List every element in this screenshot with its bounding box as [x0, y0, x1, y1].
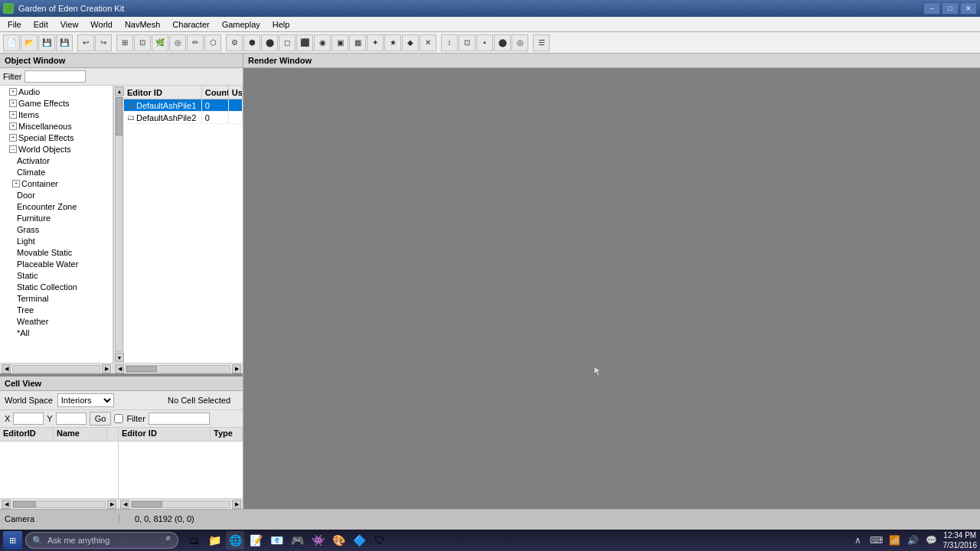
- world-space-select[interactable]: Interiors Exteriors Wasteland: [57, 393, 114, 407]
- menu-edit[interactable]: Edit: [28, 17, 54, 31]
- vscroll-down[interactable]: ▼: [115, 353, 124, 362]
- tree-item-audio[interactable]: + Audio: [3, 86, 113, 97]
- tree-item-static[interactable]: Static: [11, 269, 113, 281]
- cell-left-hscroll-track[interactable]: [12, 500, 106, 508]
- toolbar-pivot[interactable]: ⊡: [459, 34, 475, 51]
- cell-left-hscrollbar[interactable]: ◀ ▶: [0, 498, 118, 509]
- cell-right-hscrollbar[interactable]: ◀ ▶: [119, 498, 243, 509]
- cell-left-hscroll-thumb[interactable]: [13, 501, 36, 507]
- taskbar-icon-blender[interactable]: 🎨: [329, 531, 348, 549]
- grid-row-0[interactable]: 🗂 DefaultAshPile1 0: [124, 99, 243, 112]
- search-bar[interactable]: 🔍 Ask me anything 🎤: [25, 532, 178, 549]
- title-bar-controls[interactable]: – □ ✕: [923, 2, 977, 15]
- toolbar-coll2[interactable]: ▦: [349, 34, 366, 51]
- toolbar-undo[interactable]: ↩: [77, 34, 94, 51]
- toolbar-place[interactable]: ⬡: [204, 34, 221, 51]
- menu-character[interactable]: Character: [166, 17, 215, 31]
- taskbar-icon-shield[interactable]: 🛡: [371, 531, 389, 549]
- tree-panel[interactable]: + Audio + Game Effects + Items + Miscell…: [0, 86, 113, 363]
- toolbar-light1[interactable]: ✦: [367, 34, 384, 51]
- filter-input[interactable]: [24, 70, 86, 83]
- toolbar-redo[interactable]: ↪: [95, 34, 112, 51]
- expand-icon-container[interactable]: +: [12, 180, 20, 187]
- go-button[interactable]: Go: [90, 412, 112, 425]
- expand-icon-audio[interactable]: +: [9, 88, 17, 96]
- tray-show-hidden[interactable]: ∧: [851, 533, 865, 547]
- render-window[interactable]: Render Window: [243, 54, 980, 509]
- close-button[interactable]: ✕: [960, 2, 977, 15]
- tree-item-climate[interactable]: Climate: [11, 166, 113, 178]
- taskbar-icon-mail[interactable]: 📧: [267, 531, 286, 549]
- render-canvas[interactable]: [243, 68, 980, 509]
- menu-navmesh[interactable]: NavMesh: [119, 17, 166, 31]
- toolbar-x[interactable]: ✕: [420, 34, 436, 51]
- toolbar-move[interactable]: ✏: [187, 34, 204, 51]
- expand-icon-miscellaneous[interactable]: +: [9, 122, 17, 130]
- toolbar-snap2[interactable]: ⬤: [494, 34, 511, 51]
- grid-hscroll-thumb[interactable]: [126, 366, 157, 372]
- toolbar-portal[interactable]: ⬢: [243, 34, 260, 51]
- expand-icon-world-objects[interactable]: –: [9, 145, 17, 153]
- taskbar-icon-game[interactable]: 👾: [309, 531, 327, 549]
- toolbar-move2[interactable]: ↕: [441, 34, 458, 51]
- tray-keyboard[interactable]: ⌨: [870, 533, 884, 547]
- tree-item-container[interactable]: + Container: [6, 178, 113, 189]
- tree-hscrollbar[interactable]: ◀ ▶: [0, 363, 113, 373]
- vscroll-up[interactable]: ▲: [115, 86, 124, 96]
- expand-icon-special-effects[interactable]: +: [9, 134, 17, 142]
- toolbar-snap[interactable]: ▪: [476, 34, 493, 51]
- toolbar-save[interactable]: 💾: [38, 34, 55, 51]
- grid-col-count[interactable]: Count: [202, 86, 229, 99]
- start-button[interactable]: ⊞: [3, 531, 22, 549]
- expand-icon-items[interactable]: +: [9, 111, 17, 119]
- vscroll-track[interactable]: [115, 96, 123, 352]
- tray-message[interactable]: 💬: [925, 533, 939, 547]
- tree-item-light[interactable]: Light: [11, 235, 113, 246]
- cell-right-hscroll-track[interactable]: [131, 500, 230, 508]
- tree-item-tree[interactable]: Tree: [11, 304, 113, 315]
- menu-gameplay[interactable]: Gameplay: [216, 17, 266, 31]
- grid-hscrollbar[interactable]: ◀ ▶: [113, 363, 243, 373]
- tree-item-terminal[interactable]: Terminal: [11, 292, 113, 304]
- taskbar-icon-folder[interactable]: 📁: [205, 531, 224, 549]
- grid-col-us[interactable]: Us: [229, 86, 243, 99]
- taskbar-icon-blue[interactable]: 🔷: [350, 531, 368, 549]
- tree-hscroll-left[interactable]: ◀: [2, 364, 11, 373]
- toolbar-angle[interactable]: ⊡: [134, 34, 151, 51]
- tree-item-door[interactable]: Door: [11, 189, 113, 201]
- cell-right-hscroll-right[interactable]: ▶: [232, 500, 241, 509]
- tree-item-encounter-zone[interactable]: Encounter Zone: [11, 201, 113, 212]
- expand-icon-game-effects[interactable]: +: [9, 99, 17, 107]
- toolbar-collision[interactable]: ◎: [511, 34, 528, 51]
- menu-view[interactable]: View: [54, 17, 85, 31]
- toolbar-light2[interactable]: ★: [384, 34, 401, 51]
- x-input[interactable]: [13, 412, 44, 425]
- tray-volume[interactable]: 🔊: [906, 533, 920, 547]
- tree-hscroll-right[interactable]: ▶: [102, 364, 111, 373]
- taskbar-icon-ie[interactable]: 🌐: [226, 531, 244, 549]
- cell-right-hscroll-left[interactable]: ◀: [120, 500, 129, 509]
- menu-help[interactable]: Help: [266, 17, 296, 31]
- toolbar-room[interactable]: ⬤: [261, 34, 278, 51]
- grid-hscroll-right[interactable]: ▶: [232, 364, 241, 373]
- menu-file[interactable]: File: [2, 17, 28, 31]
- tree-item-special-effects[interactable]: + Special Effects: [3, 132, 113, 143]
- grid-col-editor-id[interactable]: Editor ID: [124, 86, 202, 99]
- grid-hscroll-left[interactable]: ◀: [115, 364, 124, 373]
- tree-item-static-collection[interactable]: Static Collection: [11, 281, 113, 292]
- grid-row-1[interactable]: 🗂 DefaultAshPile2 0: [124, 112, 243, 124]
- cell-right-col-editorid[interactable]: Editor ID: [119, 428, 211, 441]
- tree-item-all[interactable]: *All: [11, 327, 113, 338]
- menu-world[interactable]: World: [84, 17, 119, 31]
- maximize-button[interactable]: □: [942, 2, 959, 15]
- cell-right-col-type[interactable]: Type: [211, 428, 243, 441]
- system-clock[interactable]: 12:34 PM 7/31/2016: [943, 530, 978, 550]
- toolbar-coll1[interactable]: ▣: [332, 34, 348, 51]
- cell-right-hscroll-thumb[interactable]: [132, 501, 162, 507]
- cell-left-col-editorid[interactable]: EditorID: [0, 428, 54, 441]
- tree-item-world-objects[interactable]: – World Objects: [3, 143, 113, 155]
- filter-checkbox[interactable]: [114, 414, 123, 423]
- toolbar-open[interactable]: 📂: [21, 34, 38, 51]
- taskbar-icon-explorer[interactable]: 🗂: [185, 531, 203, 549]
- toolbar-select[interactable]: ◎: [169, 34, 186, 51]
